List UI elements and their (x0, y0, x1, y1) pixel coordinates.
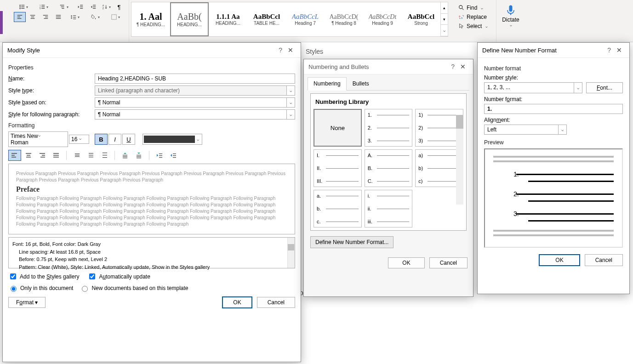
align-right-button[interactable] (40, 12, 51, 22)
numbering-button[interactable]: 123 (34, 2, 53, 12)
based-combo[interactable]: ¶ Normal (95, 97, 287, 108)
space-before-dec[interactable] (132, 150, 145, 161)
type-combo[interactable]: Linked (paragraph and character) (95, 85, 287, 96)
style-item[interactable]: 1.1.1 AaHEADING... (209, 2, 247, 36)
bold-button[interactable]: B (95, 134, 108, 145)
style-item[interactable]: 1. Aal¶ HEADING... (131, 2, 170, 36)
multilevel-button[interactable] (54, 2, 74, 12)
svg-rect-54 (53, 155, 59, 156)
numbering-option[interactable]: I.II.III. (314, 149, 362, 187)
svg-rect-68 (137, 155, 141, 155)
library-scrollbar[interactable] (456, 115, 463, 205)
svg-rect-65 (123, 155, 127, 155)
close-button[interactable]: ✕ (285, 46, 296, 54)
close-button[interactable]: ✕ (614, 46, 625, 54)
ok-button[interactable]: OK (539, 254, 580, 266)
svg-rect-51 (42, 155, 45, 156)
align-combo[interactable]: Left (484, 125, 559, 135)
close-button[interactable]: ✕ (457, 63, 468, 70)
align-dropdown[interactable]: ⌵ (559, 125, 567, 135)
justify-button[interactable] (52, 12, 64, 22)
para-justify[interactable] (50, 150, 63, 161)
style-item[interactable]: AaBbCclTABLE HE... (247, 2, 286, 36)
numbering-option[interactable]: i.ii.iii. (365, 190, 413, 228)
spacing-2[interactable] (98, 150, 111, 161)
ok-button[interactable]: OK (388, 257, 424, 268)
numbering-option[interactable]: a.b.c. (314, 190, 362, 228)
following-dropdown[interactable]: ⌵ (287, 109, 295, 119)
auto-update-checkbox[interactable]: Automatically update (87, 272, 150, 281)
description-box: Font: 16 pt, Bold, Font color: Dark Gray… (8, 237, 295, 268)
underline-button[interactable]: U (122, 134, 135, 145)
cancel-button[interactable]: Cancel (429, 257, 468, 268)
spacing-1.5[interactable] (84, 150, 97, 161)
gallery-down[interactable]: ▾ (441, 14, 448, 25)
desc-scrollbar[interactable] (287, 238, 295, 268)
decrease-indent-button[interactable] (74, 2, 86, 12)
gallery-more[interactable]: ⌵ (441, 25, 448, 36)
space-before-inc[interactable] (119, 150, 131, 161)
style-item[interactable]: AaBbCcD(¶ Heading 8 (325, 2, 363, 36)
add-gallery-checkbox[interactable]: Add to the Styles gallery (8, 272, 79, 281)
indent-inc[interactable] (167, 150, 180, 161)
numbering-option[interactable]: 1.2.3. (365, 109, 413, 147)
format-menu-button[interactable]: Format ▾ (8, 297, 46, 308)
style-combo[interactable]: 1, 2, 3, ... (484, 82, 574, 93)
style-item[interactable]: AaBbCcLHeading 7 (286, 2, 325, 36)
new-docs-radio[interactable]: New documents based on this template (80, 284, 188, 292)
align-center-button[interactable] (27, 12, 39, 22)
line-spacing-button[interactable] (65, 12, 85, 22)
style-item[interactable]: AaBbCclStrong (402, 2, 440, 36)
align-left-button[interactable] (14, 12, 26, 22)
following-combo[interactable]: ¶ Normal (95, 109, 287, 119)
replace-button[interactable]: abReplace (456, 13, 490, 21)
svg-rect-36 (73, 17, 76, 17)
format-label: Number format: (484, 96, 623, 102)
svg-rect-44 (11, 153, 17, 154)
type-label: Style type: (8, 87, 91, 94)
numbering-option[interactable]: A.B.C. (365, 149, 413, 187)
para-center[interactable] (22, 150, 35, 161)
select-button[interactable]: Select⌵ (456, 22, 490, 30)
increase-indent-button[interactable] (87, 2, 99, 12)
svg-rect-7 (41, 5, 45, 6)
style-item[interactable]: AaBbCcDtHeading 9 (363, 2, 402, 36)
show-marks-button[interactable]: ¶ (113, 2, 125, 12)
cancel-button[interactable]: Cancel (257, 297, 295, 308)
style-dropdown[interactable]: ⌵ (574, 82, 582, 93)
svg-text:A: A (103, 4, 104, 7)
indent-dec[interactable] (153, 150, 166, 161)
para-left[interactable] (8, 150, 21, 161)
svg-rect-53 (53, 153, 59, 154)
cancel-button[interactable]: Cancel (585, 254, 623, 266)
based-dropdown[interactable]: ⌵ (287, 97, 295, 108)
font-color-button[interactable]: ⌵ (143, 134, 202, 145)
bullets-tab[interactable]: Bullets (347, 77, 375, 90)
help-button[interactable]: ? (276, 46, 285, 54)
font-size-combo[interactable]: 16⌵ (69, 135, 89, 144)
svg-rect-72 (159, 155, 162, 156)
ok-button[interactable]: OK (222, 296, 252, 308)
format-input[interactable] (484, 104, 623, 114)
italic-button[interactable]: I (108, 134, 121, 145)
gallery-up[interactable]: ▴ (441, 2, 448, 14)
sort-button[interactable]: AZ (100, 2, 112, 12)
type-dropdown[interactable]: ⌵ (287, 85, 295, 96)
bullets-button[interactable] (14, 2, 33, 12)
font-button[interactable]: Font... (586, 82, 623, 93)
only-doc-radio[interactable]: Only in this document (8, 284, 73, 292)
font-name-combo[interactable]: Times New Roman⌵ (8, 131, 68, 147)
shading-button[interactable] (86, 12, 105, 22)
help-button[interactable]: ? (604, 46, 614, 54)
help-button[interactable]: ? (448, 63, 457, 70)
spacing-1[interactable] (70, 150, 83, 161)
numbering-none[interactable]: None (314, 109, 362, 147)
name-input[interactable] (95, 74, 295, 84)
find-button[interactable]: Find⌵ (456, 4, 490, 12)
numbering-tab[interactable]: Numbering (308, 77, 347, 91)
para-right[interactable] (36, 150, 49, 161)
borders-button[interactable] (106, 12, 125, 22)
style-item[interactable]: AaBb(HEADING... (170, 2, 209, 36)
dictate-button[interactable]: Dictate⌵ (496, 0, 525, 42)
define-new-format-button[interactable]: Define New Number Format... (310, 236, 393, 248)
